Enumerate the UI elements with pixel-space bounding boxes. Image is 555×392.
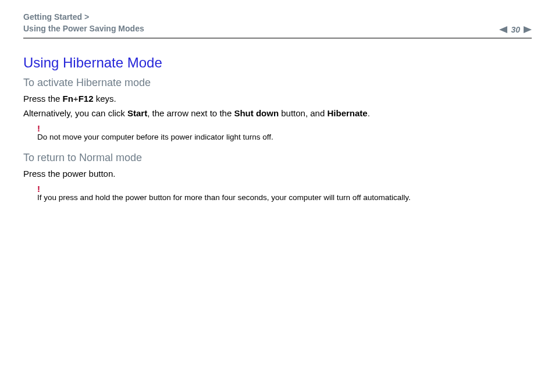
warning-note-1: ! Do not move your computer before its p…	[37, 124, 532, 141]
text-fragment: +	[73, 94, 79, 104]
warning-icon: !	[37, 124, 532, 133]
page-nav: 30	[499, 25, 532, 34]
ui-shutdown: Shut down	[234, 108, 279, 118]
svg-marker-0	[499, 26, 507, 33]
key-f12: F12	[79, 94, 94, 104]
text-fragment: Alternatively, you can click	[23, 108, 127, 118]
page-header: Getting Started > Using the Power Saving…	[23, 12, 532, 38]
warning-note-2: ! If you press and hold the power button…	[37, 184, 532, 202]
page-title: Using Hibernate Mode	[23, 55, 532, 71]
section-heading-activate: To activate Hibernate mode	[23, 77, 532, 89]
text-fragment: .	[368, 108, 370, 118]
svg-marker-1	[524, 26, 532, 33]
ui-hibernate: Hibernate	[327, 108, 367, 118]
instruction-fn-f12: Press the Fn+F12 keys.	[23, 94, 532, 104]
section-heading-return: To return to Normal mode	[23, 152, 532, 164]
breadcrumb-line-1[interactable]: Getting Started >	[23, 12, 144, 23]
instruction-power-button: Press the power button.	[23, 169, 532, 179]
page-content: Using Hibernate Mode To activate Hiberna…	[23, 38, 532, 202]
breadcrumb: Getting Started > Using the Power Saving…	[23, 12, 144, 34]
breadcrumb-line-2[interactable]: Using the Power Saving Modes	[23, 23, 144, 35]
text-fragment: Press the	[23, 94, 63, 104]
warning-text: Do not move your computer before its pow…	[37, 133, 532, 141]
text-fragment: button, and	[279, 108, 327, 118]
page-container: Getting Started > Using the Power Saving…	[0, 0, 555, 202]
warning-icon: !	[37, 184, 532, 193]
ui-start: Start	[127, 108, 147, 118]
prev-page-arrow-icon[interactable]	[499, 26, 507, 33]
text-fragment: keys.	[93, 94, 116, 104]
page-number: 30	[511, 25, 520, 34]
text-fragment: , the arrow next to the	[147, 108, 234, 118]
instruction-start-menu: Alternatively, you can click Start, the …	[23, 108, 532, 118]
next-page-arrow-icon[interactable]	[524, 26, 532, 33]
warning-text: If you press and hold the power button f…	[37, 193, 532, 202]
key-fn: Fn	[63, 94, 73, 104]
